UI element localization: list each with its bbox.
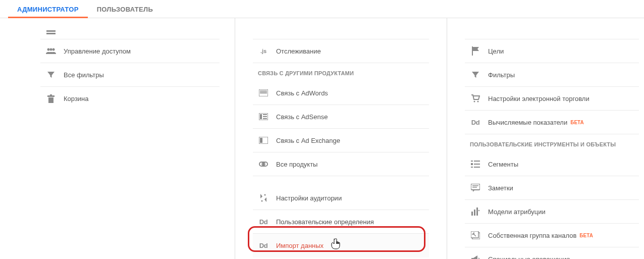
item-attribution-models[interactable]: Модели атрибуции: [465, 200, 639, 224]
beta-badge: БЕТА: [579, 233, 593, 238]
beta-badge: БЕТА: [570, 120, 584, 125]
item-label: Заметки: [488, 184, 513, 192]
view-column: Цели Фильтры Настройки электронной торго…: [447, 18, 644, 259]
svg-rect-1: [46, 33, 56, 34]
item-label: Настройки электронной торговли: [488, 95, 589, 102]
adsense-icon: [258, 111, 269, 122]
svg-point-26: [477, 101, 479, 102]
item-trash[interactable]: Корзина: [40, 87, 220, 111]
item-truncated-top[interactable]: [40, 28, 220, 39]
svg-rect-5: [47, 95, 55, 97]
section-header-tools: ПОЛЬЗОВАТЕЛЬСКИЕ ИНСТРУМЕНТЫ И ОБЪЕКТЫ: [465, 134, 639, 152]
admin-columns: Управление доступом Все фильтры Корзина …: [0, 18, 644, 259]
item-adwords[interactable]: Связь с AdWords: [253, 81, 429, 105]
trash-icon: [45, 93, 57, 105]
item-all-products[interactable]: Все продукты: [253, 152, 429, 176]
item-data-import[interactable]: Dd Импорт данных: [253, 234, 429, 257]
item-label: Специальные оповещения: [488, 255, 570, 259]
megaphone-icon: [470, 254, 481, 260]
svg-rect-34: [472, 185, 478, 186]
bars-icon: [470, 206, 481, 217]
svg-rect-30: [471, 163, 473, 165]
item-label: Собственная группа каналов: [488, 232, 576, 239]
item-adexchange[interactable]: Связь с Ad Exchange: [253, 129, 429, 152]
svg-rect-15: [263, 118, 267, 119]
item-label: Отслеживание: [276, 47, 321, 55]
item-ecommerce-settings[interactable]: Настройки электронной торговли: [465, 87, 639, 111]
list-icon: [45, 28, 57, 39]
flag-icon: [470, 45, 481, 57]
channel-icon: [470, 230, 481, 241]
item-label: Корзина: [64, 95, 89, 102]
svg-rect-38: [476, 208, 478, 216]
item-custom-alerts[interactable]: Специальные оповещения: [465, 247, 639, 259]
section-header-products: СВЯЗЬ С ДРУГИМИ ПРОДУКТАМИ: [253, 63, 429, 81]
item-truncated-top[interactable]: [253, 28, 429, 39]
svg-point-4: [52, 48, 55, 51]
svg-rect-35: [472, 187, 477, 188]
item-label: Управление доступом: [64, 47, 131, 55]
item-label: Цели: [488, 47, 504, 55]
item-label: Связь с AdSense: [276, 113, 328, 121]
item-adsense[interactable]: Связь с AdSense: [253, 105, 429, 129]
item-goals[interactable]: Цели: [465, 39, 639, 63]
svg-rect-9: [260, 91, 267, 92]
tab-admin-label: АДМИНИСТРАТОР: [17, 6, 79, 13]
item-audience-settings[interactable]: Настройки аудитории: [253, 186, 429, 210]
tab-user-label: ПОЛЬЗОВАТЕЛЬ: [97, 6, 153, 13]
item-label: Все продукты: [276, 161, 317, 168]
item-filters[interactable]: Фильтры: [465, 63, 639, 87]
svg-rect-24: [472, 46, 473, 56]
item-access-management[interactable]: Управление доступом: [40, 39, 220, 63]
dd-icon: Dd: [258, 216, 269, 227]
notes-icon: [470, 182, 481, 193]
tab-user[interactable]: ПОЛЬЗОВАТЕЛЬ: [88, 1, 163, 18]
svg-rect-36: [471, 212, 473, 216]
tab-admin[interactable]: АДМИНИСТРАТОР: [8, 1, 88, 18]
item-truncated-top[interactable]: [465, 28, 639, 39]
item-channel-groupings[interactable]: Собственная группа каналов БЕТА: [465, 224, 639, 247]
svg-point-22: [264, 194, 266, 196]
item-custom-definitions[interactable]: Dd Пользовательские определения: [253, 210, 429, 234]
svg-rect-14: [263, 116, 267, 117]
svg-rect-31: [471, 161, 473, 162]
tabs-bar: АДМИНИСТРАТОР ПОЛЬЗОВАТЕЛЬ: [0, 0, 644, 18]
item-label: Связь с Ad Exchange: [276, 137, 340, 144]
svg-point-25: [474, 101, 475, 102]
svg-point-39: [478, 210, 479, 211]
item-notes[interactable]: Заметки: [465, 176, 639, 200]
item-label: Связь с AdWords: [276, 89, 328, 97]
svg-rect-32: [471, 167, 473, 168]
svg-rect-13: [263, 114, 267, 115]
svg-rect-7: [48, 97, 53, 103]
adwords-icon: [258, 87, 269, 98]
item-label: Импорт данных: [276, 242, 324, 249]
svg-rect-10: [260, 92, 267, 93]
js-icon: .js: [258, 45, 269, 57]
audience-icon: [258, 192, 269, 203]
segments-icon: [470, 159, 481, 170]
svg-rect-17: [260, 138, 262, 143]
adexchange-icon: [258, 135, 269, 146]
item-label: Модели атрибуции: [488, 208, 546, 216]
svg-point-3: [50, 48, 52, 51]
svg-rect-37: [474, 210, 475, 216]
svg-point-2: [47, 48, 50, 51]
item-calculated-metrics[interactable]: Dd Вычисляемые показатели БЕТА: [465, 111, 639, 134]
link-icon: [258, 159, 269, 170]
svg-rect-27: [474, 161, 480, 162]
item-label: Сегменты: [488, 161, 518, 168]
svg-rect-0: [46, 30, 56, 32]
item-all-filters[interactable]: Все фильтры: [40, 63, 220, 87]
property-column: .js Отслеживание СВЯЗЬ С ДРУГИМИ ПРОДУКТ…: [235, 18, 447, 259]
item-label: Все фильтры: [64, 71, 104, 79]
account-column: Управление доступом Все фильтры Корзина: [0, 18, 235, 259]
funnel-icon: [470, 69, 481, 80]
funnel-icon: [45, 69, 57, 80]
item-tracking[interactable]: .js Отслеживание: [253, 39, 429, 63]
svg-point-23: [261, 200, 263, 202]
cart-icon: [470, 93, 481, 104]
item-label: Фильтры: [488, 71, 515, 79]
item-segments[interactable]: Сегменты: [465, 152, 639, 176]
item-label: Пользовательские определения: [276, 218, 374, 226]
